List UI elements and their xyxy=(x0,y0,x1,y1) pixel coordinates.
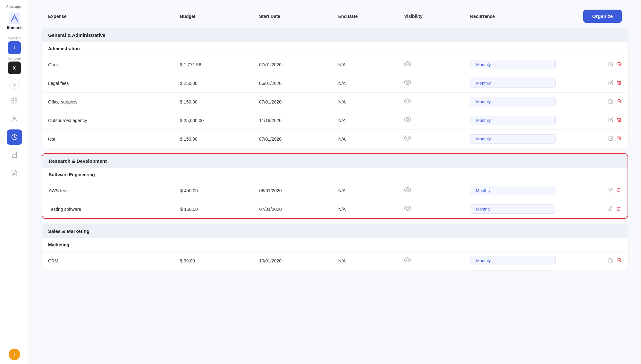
col-expense: Expense xyxy=(48,14,180,19)
expense-end-date: N/A xyxy=(338,188,404,193)
expense-name: Legal fees xyxy=(48,81,180,86)
compare-section: Compare X xyxy=(0,57,29,74)
expense-end-date: N/A xyxy=(338,118,404,123)
visibility-icon[interactable] xyxy=(404,80,470,87)
visibility-icon[interactable] xyxy=(404,136,470,142)
expense-name: AWS fees xyxy=(49,188,180,193)
svg-point-18 xyxy=(404,136,411,140)
delete-icon[interactable] xyxy=(617,117,622,124)
svg-point-21 xyxy=(407,189,409,191)
visibility-icon[interactable] xyxy=(404,98,470,105)
compare-badge[interactable]: X xyxy=(8,62,21,74)
edit-icon[interactable] xyxy=(608,206,613,212)
expense-name: test xyxy=(48,136,180,142)
recurrence-badge[interactable]: Monthly xyxy=(470,186,555,195)
recurrence-badge[interactable]: Monthly xyxy=(470,204,555,214)
sidebar: Show apps finmark Selected I Compare X xyxy=(0,0,29,364)
nav-documents-icon[interactable] xyxy=(7,165,22,181)
svg-point-20 xyxy=(404,187,411,192)
section-research-dev: Research & Development Software Engineer… xyxy=(42,153,628,219)
recurrence-badge[interactable]: Monthly xyxy=(470,60,556,69)
expense-budget: $ 99.00 xyxy=(180,258,259,263)
expense-budget: $ 150.00 xyxy=(180,99,259,104)
show-apps-button[interactable]: Show apps xyxy=(5,4,23,10)
expense-end-date: N/A xyxy=(338,258,404,263)
edit-icon[interactable] xyxy=(608,258,613,264)
expense-start-date: 10/01/2020 xyxy=(259,258,338,263)
expense-budget: $ 450.00 xyxy=(180,188,259,193)
delete-icon[interactable] xyxy=(616,187,621,194)
svg-rect-1 xyxy=(12,99,13,101)
delete-icon[interactable] xyxy=(616,206,621,212)
visibility-icon[interactable] xyxy=(404,206,470,212)
expense-start-date: 06/01/2020 xyxy=(259,188,338,193)
recurrence-badge[interactable]: Monthly xyxy=(470,97,556,106)
visibility-icon[interactable] xyxy=(404,187,470,194)
col-end-date: End Date xyxy=(338,14,404,19)
edit-icon[interactable] xyxy=(608,99,613,105)
delete-icon[interactable] xyxy=(617,136,622,142)
nav-expenses-icon[interactable] xyxy=(7,129,22,145)
selected-section: Selected I xyxy=(0,37,29,54)
col-recurrence: Recurrence xyxy=(470,14,556,19)
organize-button[interactable]: Organize xyxy=(583,10,622,23)
logo-text: finmark xyxy=(7,25,22,30)
svg-point-10 xyxy=(404,62,411,66)
sidebar-bottom: I xyxy=(9,349,20,360)
nav-people-icon[interactable] xyxy=(7,112,22,127)
delete-icon[interactable] xyxy=(617,258,622,264)
user-avatar[interactable]: I xyxy=(9,349,20,360)
edit-icon[interactable] xyxy=(608,187,613,194)
table-header: Expense Budget Start Date End Date Visib… xyxy=(42,10,628,28)
svg-point-23 xyxy=(407,207,409,209)
svg-point-14 xyxy=(404,99,411,103)
category-header-sales-marketing: Sales & Marketing xyxy=(42,224,628,238)
expense-name: Check xyxy=(48,62,180,67)
svg-point-22 xyxy=(404,206,411,211)
table-row: Testing software $ 150.00 07/01/2020 N/A… xyxy=(42,200,628,218)
svg-rect-2 xyxy=(15,99,17,101)
delete-icon[interactable] xyxy=(617,80,622,87)
delete-icon[interactable] xyxy=(617,99,622,105)
edit-icon[interactable] xyxy=(608,136,613,142)
action-icons xyxy=(608,258,622,264)
svg-point-25 xyxy=(407,259,409,261)
expense-budget: $ 250.00 xyxy=(180,81,259,86)
visibility-icon[interactable] xyxy=(404,61,470,68)
nav-reports-icon[interactable] xyxy=(7,94,22,109)
table-row: Office supplies $ 150.00 07/01/2020 N/A … xyxy=(42,92,628,111)
edit-icon[interactable] xyxy=(608,80,613,87)
action-icons xyxy=(608,206,621,212)
svg-rect-4 xyxy=(15,102,17,104)
expense-name: CRM xyxy=(48,258,180,263)
recurrence-badge[interactable]: Monthly xyxy=(470,79,556,88)
selected-badge[interactable]: I xyxy=(8,41,21,54)
expense-budget: $ 25,000.00 xyxy=(180,118,259,123)
subcategory-header-software-eng: Software Engineering xyxy=(42,168,628,181)
recurrence-badge[interactable]: Monthly xyxy=(470,134,556,144)
section-general-admin: General & Administrative Administration … xyxy=(42,28,628,148)
edit-icon[interactable] xyxy=(608,62,613,68)
visibility-icon[interactable] xyxy=(404,257,470,264)
visibility-icon[interactable] xyxy=(404,117,470,124)
svg-point-24 xyxy=(404,258,411,262)
expand-button[interactable] xyxy=(9,79,20,90)
expense-start-date: 06/01/2020 xyxy=(259,81,338,86)
recurrence-badge[interactable]: Monthly xyxy=(470,116,556,125)
delete-icon[interactable] xyxy=(617,62,622,68)
recurrence-badge[interactable]: Monthly xyxy=(470,256,556,265)
table-row: Legal fees $ 250.00 06/01/2020 N/A Month… xyxy=(42,74,628,92)
nav-chart-icon[interactable] xyxy=(7,147,22,163)
svg-point-11 xyxy=(407,63,409,65)
svg-point-5 xyxy=(13,117,14,119)
selected-label: Selected xyxy=(8,37,21,40)
expense-start-date: 07/01/2020 xyxy=(259,207,338,212)
action-icons xyxy=(608,62,622,68)
expense-end-date: N/A xyxy=(338,207,404,212)
svg-point-13 xyxy=(407,81,409,83)
action-icons xyxy=(608,117,622,124)
action-icons xyxy=(608,99,622,105)
main-content: Expense Budget Start Date End Date Visib… xyxy=(29,0,641,364)
col-budget: Budget xyxy=(180,14,259,19)
edit-icon[interactable] xyxy=(608,117,613,124)
